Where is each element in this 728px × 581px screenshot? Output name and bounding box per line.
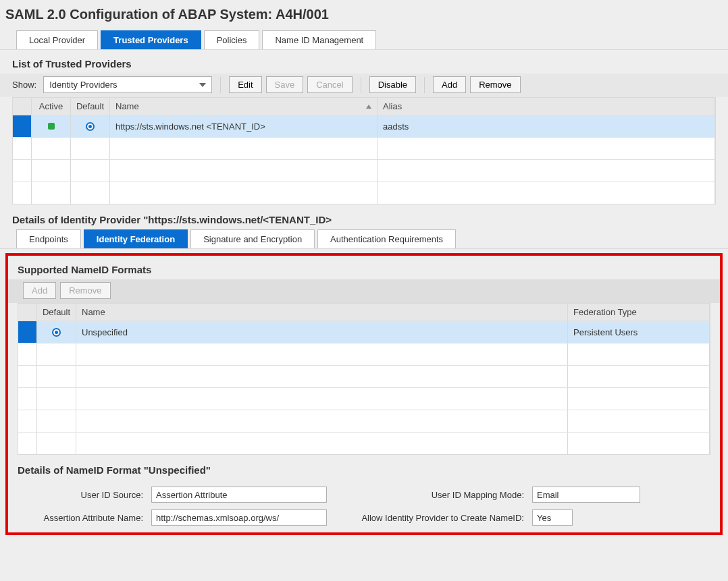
add-button[interactable]: Add [433, 76, 466, 93]
radio-selected-icon [52, 328, 61, 337]
table-header: Active Default Name Alias [13, 98, 715, 115]
cell-alias: aadsts [378, 115, 715, 137]
assertion-attr-name-field[interactable]: http://schemas.xmlsoap.org/ws/ [151, 509, 327, 526]
tab-authentication-requirements[interactable]: Authentication Requirements [317, 229, 456, 248]
table-header: Default Name Federation Type [18, 304, 710, 321]
radio-selected-icon [86, 122, 95, 131]
providers-section-title: List of Trusted Providers [0, 54, 728, 74]
table-row[interactable] [18, 343, 710, 365]
active-indicator-icon [48, 123, 55, 130]
show-select-value: Identity Providers [49, 80, 117, 90]
col-handle [18, 304, 37, 321]
cell-active [32, 115, 71, 137]
label-allow-create: Allow Identity Provider to Create NameID… [335, 513, 524, 523]
separator [361, 77, 361, 93]
col-active[interactable]: Active [32, 98, 71, 115]
remove-button[interactable]: Remove [470, 76, 520, 93]
user-id-mapping-field[interactable]: Email [532, 487, 640, 503]
nameid-add-button[interactable]: Add [23, 282, 56, 299]
row-selector[interactable] [18, 321, 37, 343]
col-name[interactable]: Name [110, 98, 378, 115]
table-row[interactable] [18, 432, 710, 454]
separator [424, 77, 425, 93]
col-default[interactable]: Default [37, 304, 76, 321]
show-select[interactable]: Identity Providers [43, 76, 212, 93]
cancel-button[interactable]: Cancel [307, 76, 352, 93]
main-tab-strip: Local Provider Trusted Providers Policie… [0, 30, 728, 50]
col-federation-type[interactable]: Federation Type [568, 304, 710, 321]
nameid-details-form: User ID Source: Assertion Attribute User… [8, 480, 720, 526]
sort-ascending-icon [366, 105, 371, 109]
tab-identity-federation[interactable]: Identity Federation [84, 229, 188, 248]
cell-default[interactable] [71, 115, 110, 137]
tab-name-id-management[interactable]: Name ID Management [262, 30, 376, 49]
tab-trusted-providers[interactable]: Trusted Providers [101, 30, 201, 49]
page-title: SAML 2.0 Configuration of ABAP System: A… [0, 0, 728, 30]
edit-button[interactable]: Edit [229, 76, 261, 93]
chevron-down-icon [199, 83, 206, 87]
save-button[interactable]: Save [266, 76, 304, 93]
nameid-section-title: Supported NameID Formats [8, 260, 720, 279]
cell-name: https://sts.windows.net <TENANT_ID> [110, 115, 378, 137]
table-row[interactable] [13, 159, 715, 182]
row-selector[interactable] [13, 115, 32, 137]
table-row[interactable]: https://sts.windows.net <TENANT_ID> aads… [13, 115, 715, 137]
table-row[interactable] [13, 137, 715, 159]
highlight-box: Supported NameID Formats Add Remove Defa… [5, 253, 723, 535]
cell-name: Unspecified [76, 321, 568, 343]
col-alias[interactable]: Alias [378, 98, 715, 115]
tab-policies[interactable]: Policies [204, 30, 260, 49]
cell-federation-type: Persistent Users [568, 321, 710, 343]
sub-tab-strip: Endpoints Identity Federation Signature … [0, 229, 728, 249]
table-row[interactable] [18, 365, 710, 387]
providers-toolbar: Show: Identity Providers Edit Save Cance… [0, 74, 728, 97]
nameid-details-title: Details of NameID Format "Unspecified" [8, 455, 720, 480]
table-row[interactable] [13, 182, 715, 204]
disable-button[interactable]: Disable [369, 76, 416, 93]
label-user-id-mapping: User ID Mapping Mode: [335, 490, 524, 500]
nameid-table: Default Name Federation Type Unspecified… [18, 303, 710, 455]
col-name[interactable]: Name [76, 304, 568, 321]
table-row[interactable] [18, 410, 710, 432]
col-name-label: Name [115, 101, 139, 111]
col-handle [13, 98, 32, 115]
allow-create-field[interactable]: Yes [532, 509, 573, 526]
tab-signature-encryption[interactable]: Signature and Encryption [190, 229, 315, 248]
user-id-source-field[interactable]: Assertion Attribute [151, 487, 327, 503]
table-row[interactable] [18, 387, 710, 410]
idp-details-title: Details of Identity Provider "https://st… [0, 204, 728, 229]
label-user-id-source: User ID Source: [22, 490, 143, 500]
col-default[interactable]: Default [71, 98, 110, 115]
providers-table: Active Default Name Alias https://sts.wi… [12, 97, 716, 204]
tab-local-provider[interactable]: Local Provider [16, 30, 98, 49]
separator [220, 77, 221, 93]
label-assertion-attr-name: Assertion Attribute Name: [22, 513, 143, 523]
nameid-remove-button[interactable]: Remove [60, 282, 110, 299]
nameid-toolbar: Add Remove [8, 279, 720, 303]
cell-default[interactable] [37, 321, 76, 343]
show-label: Show: [12, 80, 36, 90]
tab-endpoints[interactable]: Endpoints [16, 229, 81, 248]
table-row[interactable]: Unspecified Persistent Users [18, 321, 710, 343]
